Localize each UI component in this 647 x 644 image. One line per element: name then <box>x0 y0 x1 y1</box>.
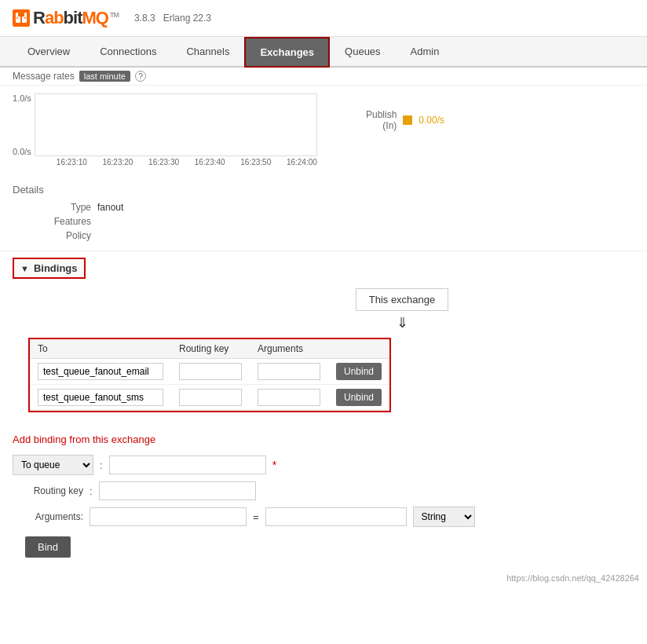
features-value <box>97 216 634 227</box>
type-label: Type <box>28 202 91 213</box>
publish-value: 0.00/s <box>419 115 444 126</box>
row1-unbind-cell: Unbind <box>328 359 389 385</box>
nav-exchanges[interactable]: Exchanges <box>244 37 330 68</box>
row1-arguments <box>250 359 328 385</box>
bindings-header[interactable]: ▼ Bindings <box>13 258 86 279</box>
unbind-button-1[interactable]: Unbind <box>336 363 382 380</box>
features-label: Features <box>28 216 91 227</box>
colon-separator: : <box>100 459 103 471</box>
row1-to-input[interactable] <box>38 363 163 380</box>
message-rates-label: Message rates <box>13 71 75 82</box>
arguments-key-input[interactable] <box>90 507 247 526</box>
type-value: fanout <box>97 202 634 213</box>
row2-routing-key <box>171 385 250 411</box>
details-title: Details <box>13 184 634 196</box>
x-label-1: 16:23:20 <box>102 158 133 166</box>
x-label-3: 16:23:40 <box>195 158 225 166</box>
row2-to-input[interactable] <box>38 389 163 406</box>
routing-key-row: Routing key : <box>13 481 634 500</box>
publish-legend-dot <box>403 115 412 125</box>
add-binding-section: Add binding from this exchange To queue … <box>0 421 647 570</box>
x-label-5: 16:24:00 <box>287 158 317 166</box>
trademark: TM <box>110 11 119 19</box>
collapse-icon[interactable]: ▼ <box>20 264 29 273</box>
chart-y-labels: 1.0/s 0.0/s <box>13 93 31 156</box>
publish-legend-item: Publish (In) 0.00/s <box>366 109 444 131</box>
col-to: To <box>30 339 171 359</box>
svg-rect-0 <box>16 16 20 23</box>
add-binding-title: Add binding from this exchange <box>13 434 634 445</box>
publish-in-label: (In) <box>382 120 397 131</box>
bindings-table-wrapper: To Routing key Arguments Unbind U <box>28 338 391 412</box>
required-star: * <box>272 459 276 471</box>
svg-rect-1 <box>22 16 27 23</box>
logo-brand-text: RabbitMQTM <box>33 8 119 28</box>
nav-queues[interactable]: Queues <box>330 37 396 68</box>
col-arguments: Arguments <box>250 339 328 359</box>
policy-label: Policy <box>28 230 91 241</box>
svg-point-4 <box>16 17 18 19</box>
to-queue-input[interactable] <box>109 456 266 474</box>
publish-legend: Publish (In) 0.00/s <box>366 93 444 131</box>
row2-routing-key-input[interactable] <box>179 389 242 406</box>
row2-arguments-input[interactable] <box>258 389 320 406</box>
rate-badge[interactable]: last minute <box>79 71 130 82</box>
publish-label: Publish <box>366 109 397 120</box>
arguments-type-dropdown[interactable]: String Number Boolean <box>413 507 475 527</box>
nav-overview[interactable]: Overview <box>13 37 85 68</box>
nav-admin[interactable]: Admin <box>396 37 455 68</box>
help-icon[interactable]: ? <box>135 71 146 82</box>
row2-arguments <box>250 385 328 411</box>
bindings-title: Bindings <box>34 262 78 274</box>
details-section: Details Type fanout Features Policy <box>0 174 647 251</box>
bind-button[interactable]: Bind <box>25 536 71 558</box>
this-exchange-box: This exchange ⇓ <box>170 288 634 331</box>
x-label-0: 16:23:10 <box>57 158 87 166</box>
nav-connections[interactable]: Connections <box>85 37 171 68</box>
this-exchange-button[interactable]: This exchange <box>356 288 449 311</box>
row1-arguments-input[interactable] <box>258 363 320 380</box>
message-rates-bar: Message rates last minute ? <box>0 68 647 86</box>
arrow-down-icon: ⇓ <box>397 314 408 331</box>
arguments-value-input[interactable] <box>265 507 407 526</box>
svg-rect-3 <box>24 13 27 17</box>
row2-to <box>30 385 171 411</box>
logo: RabbitMQTM <box>13 8 119 28</box>
routing-key-label: Routing key <box>13 485 83 496</box>
logo-icon <box>13 9 30 27</box>
nav-channels[interactable]: Channels <box>171 37 244 68</box>
row1-routing-key-input[interactable] <box>179 363 242 380</box>
col-routing-key: Routing key <box>171 339 250 359</box>
svg-rect-2 <box>16 13 18 17</box>
erlang-version: Erlang 22.3 <box>163 13 211 24</box>
arguments-label: Arguments: <box>13 511 83 522</box>
col-actions <box>328 339 389 359</box>
row1-routing-key <box>171 359 250 385</box>
table-row: Unbind <box>30 385 389 411</box>
x-label-2: 16:23:30 <box>148 158 179 166</box>
version-number: 3.8.3 <box>134 13 155 24</box>
bindings-table: To Routing key Arguments Unbind U <box>30 339 389 411</box>
table-row: Unbind <box>30 359 389 385</box>
rabbit-icon <box>15 12 27 24</box>
footer: https://blog.csdn.net/qq_42428264 <box>0 570 647 586</box>
chart-box <box>35 93 317 156</box>
routing-key-input[interactable] <box>99 481 256 500</box>
details-table: Type fanout Features Policy <box>28 202 634 241</box>
footer-url: https://blog.csdn.net/qq_42428264 <box>506 573 639 583</box>
chart-y-bottom: 0.0/s <box>13 147 31 156</box>
chart-container: 1.0/s 0.0/s 16:23:10 16:23:20 16:23:30 1… <box>13 93 342 166</box>
unbind-button-2[interactable]: Unbind <box>336 389 382 406</box>
arguments-row: Arguments: = String Number Boolean <box>13 507 634 527</box>
main-nav: Overview Connections Channels Exchanges … <box>0 37 647 68</box>
row2-unbind-cell: Unbind <box>328 385 389 411</box>
policy-value <box>97 230 634 241</box>
to-queue-dropdown[interactable]: To queue To exchange <box>13 455 93 475</box>
equals-sign: = <box>253 511 259 523</box>
row1-to <box>30 359 171 385</box>
routing-key-colon: : <box>90 485 93 497</box>
svg-point-5 <box>24 17 26 19</box>
bindings-section: ▼ Bindings This exchange ⇓ To Routing ke… <box>0 251 647 421</box>
chart-x-labels: 16:23:10 16:23:20 16:23:30 16:23:40 16:2… <box>35 158 317 166</box>
header: RabbitMQTM 3.8.3 Erlang 22.3 <box>0 0 647 37</box>
